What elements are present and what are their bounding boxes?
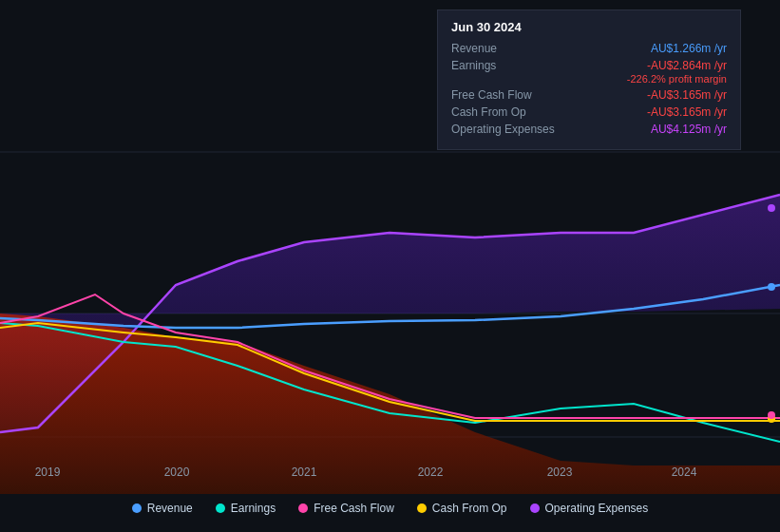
legend-label-cashfromop: Cash From Op bbox=[432, 502, 507, 515]
tooltip-row-opex: Operating Expenses AU$4.125m /yr bbox=[451, 123, 727, 136]
legend-label-revenue: Revenue bbox=[147, 502, 193, 515]
tooltip-label-earnings: Earnings bbox=[451, 59, 565, 72]
legend-item-cashfromop[interactable]: Cash From Op bbox=[417, 502, 507, 515]
end-dot-revenue bbox=[768, 283, 775, 291]
tooltip-value-earnings: -AU$2.864m /yr bbox=[647, 59, 727, 72]
tooltip-row-cashfromop: Cash From Op -AU$3.165m /yr bbox=[451, 105, 727, 119]
tooltip-value-revenue: AU$1.266m /yr bbox=[651, 42, 727, 55]
legend-item-earnings[interactable]: Earnings bbox=[216, 502, 276, 515]
tooltip-sub-earnings: -226.2% profit margin bbox=[451, 73, 727, 85]
legend-dot-cashfromop bbox=[417, 504, 427, 513]
tooltip-label-opex: Operating Expenses bbox=[451, 123, 565, 136]
x-label-2019: 2019 bbox=[35, 466, 61, 479]
legend-item-revenue[interactable]: Revenue bbox=[132, 502, 193, 515]
legend-label-fcf: Free Cash Flow bbox=[314, 502, 394, 515]
end-dot-fcf bbox=[768, 411, 775, 419]
legend-dot-revenue bbox=[132, 504, 142, 513]
legend: Revenue Earnings Free Cash Flow Cash Fro… bbox=[0, 494, 780, 522]
tooltip-label-revenue: Revenue bbox=[451, 42, 565, 55]
tooltip-row-fcf: Free Cash Flow -AU$3.165m /yr bbox=[451, 88, 727, 102]
legend-label-opex: Operating Expenses bbox=[545, 502, 649, 515]
x-label-2021: 2021 bbox=[292, 466, 317, 479]
tooltip-value-opex: AU$4.125m /yr bbox=[651, 123, 727, 136]
tooltip-row-earnings: Earnings -AU$2.864m /yr bbox=[451, 59, 727, 72]
chart-svg bbox=[0, 138, 780, 494]
tooltip-value-cashfromop: -AU$3.165m /yr bbox=[647, 105, 727, 119]
x-label-2022: 2022 bbox=[418, 466, 444, 479]
end-dot-opex bbox=[768, 204, 775, 212]
x-label-2020: 2020 bbox=[164, 466, 190, 479]
chart-container: Jun 30 2024 Revenue AU$1.266m /yr Earnin… bbox=[0, 0, 780, 532]
legend-dot-opex bbox=[530, 504, 540, 513]
tooltip-row-revenue: Revenue AU$1.266m /yr bbox=[451, 42, 727, 55]
legend-label-earnings: Earnings bbox=[231, 502, 276, 515]
tooltip-date: Jun 30 2024 bbox=[451, 20, 727, 34]
legend-dot-fcf bbox=[298, 504, 308, 513]
x-label-2023: 2023 bbox=[547, 466, 573, 479]
legend-item-fcf[interactable]: Free Cash Flow bbox=[298, 502, 394, 515]
x-label-2024: 2024 bbox=[672, 466, 697, 479]
tooltip-label-cashfromop: Cash From Op bbox=[451, 105, 565, 119]
tooltip: Jun 30 2024 Revenue AU$1.266m /yr Earnin… bbox=[437, 10, 741, 150]
legend-dot-earnings bbox=[216, 504, 225, 513]
legend-item-opex[interactable]: Operating Expenses bbox=[530, 502, 649, 515]
tooltip-label-fcf: Free Cash Flow bbox=[451, 88, 565, 102]
tooltip-value-fcf: -AU$3.165m /yr bbox=[647, 88, 727, 102]
